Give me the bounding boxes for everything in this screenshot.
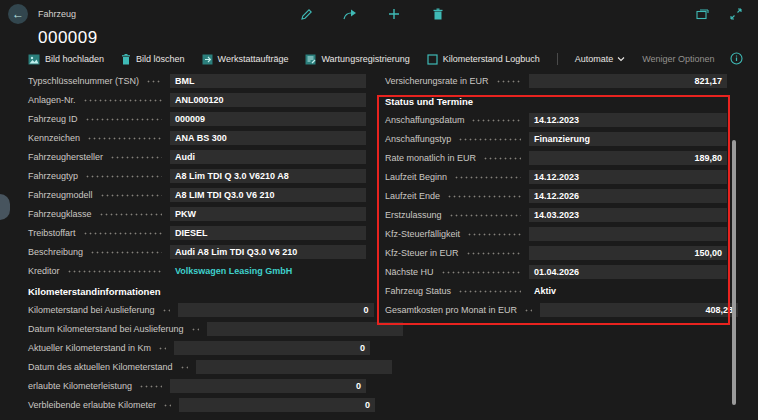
toolbar-item-wartungsregistrierung[interactable]: Wartungsregistrierung: [305, 54, 409, 65]
dotted-leader: [100, 194, 162, 197]
field-value[interactable]: A8 LIM TDI Q3.0 V6 210: [170, 188, 366, 202]
field-label: Kennzeichen: [28, 133, 80, 143]
field-value[interactable]: Volkswagen Leasing GmbH: [170, 264, 366, 278]
field-label: Treibstoffart: [28, 228, 76, 238]
dotted-leader: [524, 309, 532, 312]
dotted-leader: [158, 347, 166, 350]
field-value[interactable]: 0: [170, 379, 366, 393]
field-value[interactable]: [196, 360, 392, 374]
delete-button[interactable]: [430, 6, 446, 22]
field-row: Anlagen-Nr. ANL000120: [28, 93, 366, 107]
field-value[interactable]: Finanzierung: [529, 132, 727, 146]
record-actions: [298, 0, 446, 28]
page-caption: Fahrzeug: [38, 9, 76, 19]
field-value[interactable]: 0: [179, 398, 375, 412]
field-value[interactable]: Audi: [170, 150, 366, 164]
edit-button[interactable]: [298, 6, 314, 22]
field-value[interactable]: 01.04.2026: [529, 265, 727, 279]
field-row: Rate monatlich in EUR 189,80: [385, 151, 727, 165]
share-button[interactable]: [342, 6, 358, 22]
field-value[interactable]: 0: [174, 341, 370, 355]
field-value[interactable]: Aktiv: [529, 284, 727, 298]
field-value[interactable]: [529, 227, 727, 241]
field-value[interactable]: Audi A8 Lim TDI Q3.0 V6 210: [170, 245, 366, 259]
new-button[interactable]: [386, 6, 402, 22]
field-value[interactable]: 14.12.2023: [529, 113, 727, 127]
toolbar-item-label: Wartungsregistrierung: [321, 54, 409, 64]
field-value[interactable]: 000009: [170, 112, 366, 126]
field-value[interactable]: [207, 322, 403, 336]
field-label: Erstzulassung: [385, 210, 442, 220]
popout-button[interactable]: [694, 6, 710, 22]
field-row: Fahrzeug ID 000009: [28, 112, 366, 126]
field-row: Typschlüsselnummer (TSN) BML: [28, 74, 366, 88]
dotted-leader: [180, 366, 188, 369]
toolbar-item-bild-loeschen[interactable]: Bild löschen: [121, 54, 185, 65]
field-value[interactable]: 14.12.2023: [529, 170, 727, 184]
dotted-leader: [441, 271, 521, 274]
chevron-down-icon: [617, 56, 625, 62]
vertical-scrollbar[interactable]: [732, 140, 736, 405]
dotted-leader: [139, 385, 162, 388]
logbook-icon: [427, 54, 438, 65]
field-label: Fahrzeugtyp: [28, 171, 78, 181]
field-value[interactable]: 408,23: [540, 303, 738, 317]
toolbar-item-bild-hochladen[interactable]: Bild hochladen: [28, 54, 104, 65]
field-row: Fahrzeugtyp A8 Lim TDI Q 3.0 V6210 A8: [28, 169, 366, 183]
field-label: Fahrzeug ID: [28, 114, 78, 124]
toolbar-item-label: Werkstattaufträge: [218, 54, 289, 64]
toolbar-item-label: Kilometerstand Logbuch: [443, 54, 540, 64]
field-row: Treibstoffart DIESEL: [28, 226, 366, 240]
field-label: Fahrzeug Status: [385, 286, 451, 296]
dotted-leader: [85, 118, 162, 121]
field-value[interactable]: DIESEL: [170, 226, 366, 240]
field-label: Kfz-Steuerfälligkeit: [385, 229, 460, 239]
dotted-leader: [458, 138, 521, 141]
field-row: Beschreibung Audi A8 Lim TDI Q3.0 V6 210: [28, 245, 366, 259]
field-value[interactable]: A8 Lim TDI Q 3.0 V6210 A8: [170, 169, 366, 183]
toolbar-item-werkstattauftraege[interactable]: Werkstattaufträge: [202, 54, 289, 65]
field-label: Nächste HU: [385, 267, 434, 277]
field-value[interactable]: ANA BS 300: [170, 131, 366, 145]
field-row: Datum des aktuellen Kilometerstand: [28, 360, 366, 374]
field-row: Kilometerstand bei Auslieferung 0: [28, 303, 366, 317]
field-value[interactable]: BML: [170, 74, 366, 88]
fields-column-left: Typschlüsselnummer (TSN) BML Anlagen-Nr.…: [28, 74, 366, 417]
toolbar-item-kilometerstand-logbuch[interactable]: Kilometerstand Logbuch: [427, 54, 540, 65]
info-button[interactable]: [729, 51, 743, 65]
page-title: 000009: [38, 28, 98, 48]
field-label: Laufzeit Ende: [385, 191, 440, 201]
info-circle-icon: [730, 52, 743, 65]
field-label: Anlagen-Nr.: [28, 95, 76, 105]
field-value[interactable]: PKW: [170, 207, 366, 221]
field-value[interactable]: 189,80: [529, 151, 727, 165]
resize-button[interactable]: [728, 6, 744, 22]
field-value[interactable]: 150,00: [529, 246, 727, 260]
field-value[interactable]: 821,17: [529, 74, 727, 88]
toolbar-divider: [557, 53, 558, 65]
dotted-leader: [87, 137, 162, 140]
field-value[interactable]: 14.03.2023: [529, 208, 727, 222]
back-button[interactable]: ←: [8, 4, 28, 24]
field-label: Beschreibung: [28, 247, 83, 257]
field-label: Verbleibende erlaubte Kilometer: [28, 400, 156, 410]
field-value[interactable]: ANL000120: [170, 93, 366, 107]
field-value[interactable]: 0: [178, 303, 374, 317]
field-value[interactable]: 14.12.2026: [529, 189, 727, 203]
dotted-leader: [449, 214, 521, 217]
dotted-leader: [483, 157, 521, 160]
document-icon: [202, 54, 213, 65]
fewer-options-button[interactable]: Weniger Optionen: [642, 54, 714, 64]
side-panel-handle[interactable]: [0, 194, 10, 220]
field-label: Fahrzeugmodell: [28, 190, 93, 200]
field-row: Kreditor Volkswagen Leasing GmbH: [28, 264, 366, 278]
field-row: Kfz-Steuerfälligkeit: [385, 227, 727, 241]
automate-dropdown[interactable]: Automate: [575, 54, 626, 64]
field-label: Fahrzeughersteller: [28, 152, 103, 162]
arrow-left-icon: ←: [12, 7, 24, 21]
field-row: Datum Kilometerstand bei Auslieferung: [28, 322, 366, 336]
field-row: Gesamtkosten pro Monat in EUR 408,23: [385, 303, 727, 317]
dotted-leader: [466, 252, 521, 255]
dotted-leader: [471, 119, 521, 122]
field-row: Fahrzeug Status Aktiv: [385, 284, 727, 298]
